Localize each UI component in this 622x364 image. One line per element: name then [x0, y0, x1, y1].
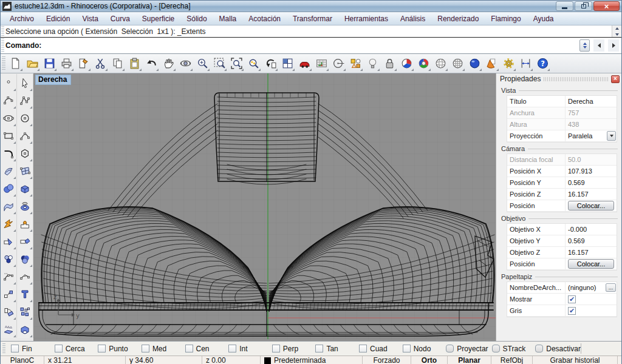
zoom-window-button[interactable] — [211, 55, 228, 72]
render-button[interactable] — [398, 55, 415, 72]
prop-value-posicion[interactable]: Colocar... — [566, 200, 617, 212]
menu-herramientas[interactable]: Herramientas — [339, 13, 394, 24]
viewport-layout-button[interactable] — [279, 55, 296, 72]
prop-value-mostrar[interactable]: ✔ — [566, 294, 617, 305]
osnap-checkbox-desactivar[interactable] — [535, 345, 543, 352]
prop-value-text[interactable]: 16.157 — [568, 249, 589, 256]
prop-value-nombredearch[interactable]: (ninguno)... — [566, 282, 617, 294]
prop-value-text[interactable]: -0.000 — [568, 226, 587, 233]
browse-button[interactable]: ... — [606, 283, 616, 292]
osnap-cerca[interactable]: Cerca — [51, 345, 95, 353]
osnap-checkbox-int[interactable] — [228, 345, 236, 352]
options-button[interactable] — [500, 55, 517, 72]
viewport-title[interactable]: Derecha — [35, 75, 71, 85]
osnap-strack[interactable]: STrack — [488, 345, 532, 353]
prop-value-objetivo-z[interactable]: 16.157 — [566, 247, 617, 258]
command-spinner[interactable] — [579, 39, 590, 52]
tool-boolean-circles-button[interactable] — [17, 250, 33, 268]
menu-flamingo[interactable]: Flamingo — [485, 13, 526, 24]
lightbulb-button[interactable] — [364, 55, 381, 72]
prop-value-text[interactable]: 0.569 — [568, 179, 585, 186]
tool-loft-button[interactable] — [1, 197, 17, 215]
prop-value-posicion-z[interactable]: 16.157 — [566, 189, 617, 200]
prop-value-posicion-x[interactable]: 107.913 — [566, 166, 617, 177]
zoom-selected-button[interactable] — [245, 55, 262, 72]
tool-extrude-button[interactable] — [1, 320, 17, 338]
status-planoc[interactable]: PlanoC — [1, 356, 44, 364]
tool-array-button[interactable] — [17, 303, 33, 320]
tool-polygon-button[interactable] — [17, 144, 33, 162]
prop-value-proyeccion[interactable]: Paralela — [566, 130, 617, 142]
osnap-checkbox-med[interactable] — [142, 345, 149, 352]
restore-button[interactable] — [575, 1, 592, 11]
menu-transformar[interactable]: Transformar — [287, 13, 338, 24]
status-orto[interactable]: Orto — [411, 356, 448, 364]
osnap-checkbox-tan[interactable] — [315, 345, 323, 352]
command-scrollbar[interactable] — [612, 25, 621, 37]
zoom-extents-button[interactable] — [228, 55, 245, 72]
tool-circle-button[interactable] — [17, 109, 33, 127]
osnap-checkbox-nodo[interactable] — [403, 345, 411, 352]
menu-solido[interactable]: Sólido — [181, 13, 212, 24]
undo-view-button[interactable] — [262, 55, 279, 72]
prop-value-titulo[interactable]: Derecha — [566, 96, 617, 107]
status-grabar-historial[interactable]: Grabar historial — [533, 356, 618, 364]
tool-trim-button[interactable] — [1, 232, 17, 250]
tool-box-button[interactable] — [17, 180, 33, 197]
color-wheel-button[interactable] — [415, 55, 432, 72]
open-file-button[interactable] — [24, 55, 41, 72]
menu-renderizado[interactable]: Renderizado — [432, 13, 484, 24]
print-button[interactable] — [58, 55, 75, 72]
menu-analisis[interactable]: Análisis — [395, 13, 431, 24]
undo-button[interactable] — [143, 55, 160, 72]
tool-text-button[interactable] — [17, 285, 33, 303]
osnap-checkbox-cuad[interactable] — [359, 345, 367, 352]
properties-grip[interactable] — [544, 77, 608, 81]
titlebar[interactable]: estuche12.3dm - Rhinoceros (Corporativa)… — [1, 0, 621, 12]
osnap-checkbox-cerca[interactable] — [55, 345, 63, 352]
osnap-nodo[interactable]: Nodo — [399, 345, 443, 353]
command-grip[interactable] — [1, 26, 4, 36]
history-back-button[interactable] — [593, 39, 604, 52]
toolbar-grip[interactable] — [2, 56, 5, 70]
tool-copy-rotate-button[interactable] — [1, 303, 17, 320]
tool-boolean-button[interactable] — [17, 215, 33, 232]
osnap-desactivar[interactable]: Desactivar — [531, 345, 581, 353]
prop-value-text[interactable]: 107.913 — [568, 167, 592, 175]
dimension-button[interactable] — [517, 55, 534, 72]
copy-button[interactable] — [109, 55, 126, 72]
prop-value-posicion-y[interactable]: 0.569 — [566, 177, 617, 189]
command-line-grip[interactable] — [1, 38, 4, 53]
dropdown-button[interactable] — [607, 131, 616, 141]
menu-curva[interactable]: Curva — [105, 13, 135, 24]
status-predeterminada[interactable]: Predeterminada — [261, 356, 363, 364]
tool-handle-curve-button[interactable] — [17, 268, 33, 285]
menu-ayuda[interactable]: Ayuda — [528, 13, 559, 24]
tool-point-button[interactable] — [1, 74, 17, 92]
new-file-button[interactable] — [7, 55, 24, 72]
tool-circle-group-button[interactable] — [1, 250, 17, 268]
scroll-down-icon[interactable] — [612, 32, 621, 37]
tool-rectangle-button[interactable] — [1, 127, 17, 144]
radius-button[interactable] — [330, 55, 347, 72]
menu-malla[interactable]: Malla — [214, 13, 242, 24]
osnap-med[interactable]: Med — [138, 345, 182, 353]
checkbox-mostrar[interactable]: ✔ — [568, 295, 576, 303]
cplane-button[interactable] — [313, 55, 330, 72]
checkbox-gris[interactable]: ✔ — [568, 307, 576, 315]
properties-close-button[interactable]: × — [611, 75, 620, 83]
minimize-button[interactable] — [556, 1, 573, 11]
menu-acotacion[interactable]: Acotación — [243, 13, 286, 24]
tool-patch-surface-button[interactable] — [1, 162, 17, 180]
clean-doc-button[interactable] — [75, 55, 92, 72]
status-refobj[interactable]: RefObj — [491, 356, 533, 364]
osnap-tan[interactable]: Tan — [312, 345, 355, 353]
viewport-derecha[interactable]: z y Derecha — [34, 73, 496, 341]
tool-fillet-button[interactable] — [1, 144, 17, 162]
osnap-checkbox-punto[interactable] — [98, 345, 106, 352]
cone-button[interactable] — [483, 55, 500, 72]
orbit-button[interactable] — [177, 55, 194, 72]
cut-button[interactable] — [92, 55, 109, 72]
osnap-proyectar[interactable]: Proyectar — [442, 345, 488, 353]
command-line[interactable]: Comando: — [1, 38, 621, 53]
